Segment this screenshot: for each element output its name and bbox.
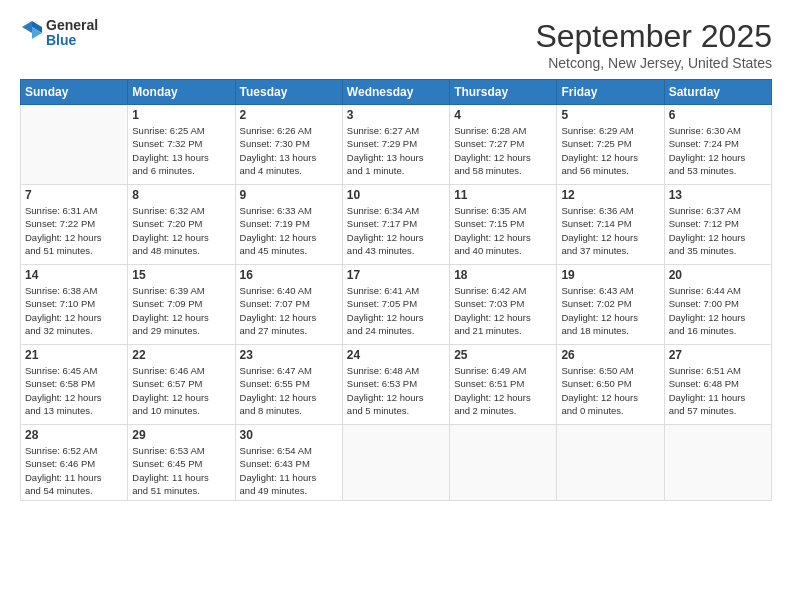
day-info: Sunrise: 6:39 AMSunset: 7:09 PMDaylight:… xyxy=(132,284,230,337)
day-info: Sunrise: 6:34 AMSunset: 7:17 PMDaylight:… xyxy=(347,204,445,257)
day-number: 20 xyxy=(669,268,767,282)
calendar-cell-2-7: 13Sunrise: 6:37 AMSunset: 7:12 PMDayligh… xyxy=(664,185,771,265)
calendar-cell-4-7: 27Sunrise: 6:51 AMSunset: 6:48 PMDayligh… xyxy=(664,345,771,425)
day-number: 4 xyxy=(454,108,552,122)
weekday-header-saturday: Saturday xyxy=(664,80,771,105)
week-row-5: 28Sunrise: 6:52 AMSunset: 6:46 PMDayligh… xyxy=(21,425,772,501)
calendar-cell-4-4: 24Sunrise: 6:48 AMSunset: 6:53 PMDayligh… xyxy=(342,345,449,425)
page: General Blue September 2025 Netcong, New… xyxy=(0,0,792,612)
day-info: Sunrise: 6:27 AMSunset: 7:29 PMDaylight:… xyxy=(347,124,445,177)
calendar-cell-4-3: 23Sunrise: 6:47 AMSunset: 6:55 PMDayligh… xyxy=(235,345,342,425)
day-number: 5 xyxy=(561,108,659,122)
week-row-3: 14Sunrise: 6:38 AMSunset: 7:10 PMDayligh… xyxy=(21,265,772,345)
day-number: 8 xyxy=(132,188,230,202)
day-number: 21 xyxy=(25,348,123,362)
day-number: 25 xyxy=(454,348,552,362)
day-number: 29 xyxy=(132,428,230,442)
calendar-cell-1-7: 6Sunrise: 6:30 AMSunset: 7:24 PMDaylight… xyxy=(664,105,771,185)
calendar-cell-1-6: 5Sunrise: 6:29 AMSunset: 7:25 PMDaylight… xyxy=(557,105,664,185)
day-info: Sunrise: 6:28 AMSunset: 7:27 PMDaylight:… xyxy=(454,124,552,177)
day-info: Sunrise: 6:43 AMSunset: 7:02 PMDaylight:… xyxy=(561,284,659,337)
calendar-cell-2-6: 12Sunrise: 6:36 AMSunset: 7:14 PMDayligh… xyxy=(557,185,664,265)
week-row-4: 21Sunrise: 6:45 AMSunset: 6:58 PMDayligh… xyxy=(21,345,772,425)
logo-text: General Blue xyxy=(46,18,98,49)
day-number: 16 xyxy=(240,268,338,282)
day-info: Sunrise: 6:25 AMSunset: 7:32 PMDaylight:… xyxy=(132,124,230,177)
day-info: Sunrise: 6:36 AMSunset: 7:14 PMDaylight:… xyxy=(561,204,659,257)
weekday-header-sunday: Sunday xyxy=(21,80,128,105)
day-number: 10 xyxy=(347,188,445,202)
calendar-cell-3-2: 15Sunrise: 6:39 AMSunset: 7:09 PMDayligh… xyxy=(128,265,235,345)
calendar-cell-2-4: 10Sunrise: 6:34 AMSunset: 7:17 PMDayligh… xyxy=(342,185,449,265)
calendar-cell-3-4: 17Sunrise: 6:41 AMSunset: 7:05 PMDayligh… xyxy=(342,265,449,345)
weekday-header-thursday: Thursday xyxy=(450,80,557,105)
calendar-cell-4-1: 21Sunrise: 6:45 AMSunset: 6:58 PMDayligh… xyxy=(21,345,128,425)
calendar-cell-2-5: 11Sunrise: 6:35 AMSunset: 7:15 PMDayligh… xyxy=(450,185,557,265)
calendar-cell-5-6 xyxy=(557,425,664,501)
calendar-cell-3-6: 19Sunrise: 6:43 AMSunset: 7:02 PMDayligh… xyxy=(557,265,664,345)
day-number: 22 xyxy=(132,348,230,362)
day-info: Sunrise: 6:31 AMSunset: 7:22 PMDaylight:… xyxy=(25,204,123,257)
day-info: Sunrise: 6:51 AMSunset: 6:48 PMDaylight:… xyxy=(669,364,767,417)
week-row-2: 7Sunrise: 6:31 AMSunset: 7:22 PMDaylight… xyxy=(21,185,772,265)
day-info: Sunrise: 6:37 AMSunset: 7:12 PMDaylight:… xyxy=(669,204,767,257)
day-info: Sunrise: 6:32 AMSunset: 7:20 PMDaylight:… xyxy=(132,204,230,257)
week-row-1: 1Sunrise: 6:25 AMSunset: 7:32 PMDaylight… xyxy=(21,105,772,185)
day-info: Sunrise: 6:46 AMSunset: 6:57 PMDaylight:… xyxy=(132,364,230,417)
day-number: 18 xyxy=(454,268,552,282)
day-number: 19 xyxy=(561,268,659,282)
location: Netcong, New Jersey, United States xyxy=(535,55,772,71)
calendar-cell-3-7: 20Sunrise: 6:44 AMSunset: 7:00 PMDayligh… xyxy=(664,265,771,345)
day-number: 23 xyxy=(240,348,338,362)
day-number: 11 xyxy=(454,188,552,202)
calendar-cell-2-2: 8Sunrise: 6:32 AMSunset: 7:20 PMDaylight… xyxy=(128,185,235,265)
day-info: Sunrise: 6:48 AMSunset: 6:53 PMDaylight:… xyxy=(347,364,445,417)
day-number: 2 xyxy=(240,108,338,122)
calendar-cell-5-5 xyxy=(450,425,557,501)
calendar-cell-5-2: 29Sunrise: 6:53 AMSunset: 6:45 PMDayligh… xyxy=(128,425,235,501)
weekday-header-row: SundayMondayTuesdayWednesdayThursdayFrid… xyxy=(21,80,772,105)
calendar-cell-3-1: 14Sunrise: 6:38 AMSunset: 7:10 PMDayligh… xyxy=(21,265,128,345)
day-number: 12 xyxy=(561,188,659,202)
calendar-cell-5-4 xyxy=(342,425,449,501)
day-number: 1 xyxy=(132,108,230,122)
calendar-cell-3-3: 16Sunrise: 6:40 AMSunset: 7:07 PMDayligh… xyxy=(235,265,342,345)
weekday-header-tuesday: Tuesday xyxy=(235,80,342,105)
month-title: September 2025 xyxy=(535,18,772,55)
calendar-cell-2-1: 7Sunrise: 6:31 AMSunset: 7:22 PMDaylight… xyxy=(21,185,128,265)
day-info: Sunrise: 6:45 AMSunset: 6:58 PMDaylight:… xyxy=(25,364,123,417)
day-info: Sunrise: 6:38 AMSunset: 7:10 PMDaylight:… xyxy=(25,284,123,337)
day-number: 6 xyxy=(669,108,767,122)
calendar-cell-4-5: 25Sunrise: 6:49 AMSunset: 6:51 PMDayligh… xyxy=(450,345,557,425)
calendar-cell-5-1: 28Sunrise: 6:52 AMSunset: 6:46 PMDayligh… xyxy=(21,425,128,501)
day-info: Sunrise: 6:35 AMSunset: 7:15 PMDaylight:… xyxy=(454,204,552,257)
calendar-cell-1-3: 2Sunrise: 6:26 AMSunset: 7:30 PMDaylight… xyxy=(235,105,342,185)
day-number: 3 xyxy=(347,108,445,122)
day-info: Sunrise: 6:40 AMSunset: 7:07 PMDaylight:… xyxy=(240,284,338,337)
day-number: 14 xyxy=(25,268,123,282)
day-number: 15 xyxy=(132,268,230,282)
day-info: Sunrise: 6:42 AMSunset: 7:03 PMDaylight:… xyxy=(454,284,552,337)
header: General Blue September 2025 Netcong, New… xyxy=(20,18,772,71)
day-number: 17 xyxy=(347,268,445,282)
logo-icon xyxy=(20,19,44,47)
day-number: 30 xyxy=(240,428,338,442)
calendar-table: SundayMondayTuesdayWednesdayThursdayFrid… xyxy=(20,79,772,501)
calendar-cell-3-5: 18Sunrise: 6:42 AMSunset: 7:03 PMDayligh… xyxy=(450,265,557,345)
day-info: Sunrise: 6:26 AMSunset: 7:30 PMDaylight:… xyxy=(240,124,338,177)
day-number: 24 xyxy=(347,348,445,362)
day-info: Sunrise: 6:30 AMSunset: 7:24 PMDaylight:… xyxy=(669,124,767,177)
day-info: Sunrise: 6:41 AMSunset: 7:05 PMDaylight:… xyxy=(347,284,445,337)
calendar-cell-4-6: 26Sunrise: 6:50 AMSunset: 6:50 PMDayligh… xyxy=(557,345,664,425)
day-number: 13 xyxy=(669,188,767,202)
calendar-cell-1-5: 4Sunrise: 6:28 AMSunset: 7:27 PMDaylight… xyxy=(450,105,557,185)
day-number: 7 xyxy=(25,188,123,202)
logo-blue-text: Blue xyxy=(46,33,98,48)
svg-marker-2 xyxy=(22,21,32,33)
day-info: Sunrise: 6:52 AMSunset: 6:46 PMDaylight:… xyxy=(25,444,123,497)
day-info: Sunrise: 6:54 AMSunset: 6:43 PMDaylight:… xyxy=(240,444,338,497)
weekday-header-friday: Friday xyxy=(557,80,664,105)
calendar-cell-5-7 xyxy=(664,425,771,501)
day-info: Sunrise: 6:44 AMSunset: 7:00 PMDaylight:… xyxy=(669,284,767,337)
day-info: Sunrise: 6:50 AMSunset: 6:50 PMDaylight:… xyxy=(561,364,659,417)
